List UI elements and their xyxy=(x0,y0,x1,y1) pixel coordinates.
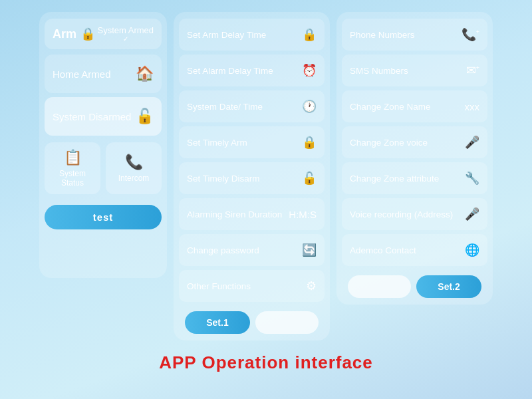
phone-numbers-label: Phone Numbers xyxy=(350,30,458,40)
arm-row[interactable]: Arm 🔒 System Armed ✓ xyxy=(45,19,162,49)
intercom-icon: 📞 xyxy=(125,154,143,171)
other-functions-item[interactable]: Other Functions ⚙ xyxy=(179,270,325,302)
system-datetime-item[interactable]: System Date/ Time 🕐 xyxy=(179,90,325,122)
mid-blank-button[interactable] xyxy=(255,311,319,334)
sms-icon: ✉+ xyxy=(462,63,479,78)
main-content: Arm 🔒 System Armed ✓ Home Armed 🏠 System… xyxy=(0,0,532,346)
set2-button[interactable]: Set.2 xyxy=(416,275,481,298)
system-datetime-label: System Date/ Time xyxy=(187,102,295,112)
sms-numbers-label: SMS Numbers xyxy=(350,66,458,76)
set1-button[interactable]: Set.1 xyxy=(185,311,249,334)
gear-icon: ⚙ xyxy=(299,279,317,293)
change-zone-name-label: Change Zone Name xyxy=(350,102,458,112)
set-alarm-delay-label: Set Alarm Delay Time xyxy=(187,66,295,76)
change-zone-attr-label: Change Zone attribute xyxy=(350,174,458,184)
set-timely-arm-item[interactable]: Set Timely Arm 🔒 xyxy=(179,126,325,158)
voice-recording-label: Voice recording (Address) xyxy=(350,209,458,219)
arm-label: Arm 🔒 xyxy=(53,27,95,41)
alarming-siren-item[interactable]: Alarming Siren Duration H:M:S xyxy=(179,198,325,230)
footer-title: APP Operation interface xyxy=(0,352,532,373)
change-zone-attr-item[interactable]: Change Zone attribute 🔧 xyxy=(342,162,487,194)
phone-icon: 📞+ xyxy=(462,27,479,42)
set-alarm-delay-item[interactable]: Set Alarm Delay Time ⏰ xyxy=(179,55,325,86)
intercom-label: Intercom xyxy=(118,174,150,183)
intercom-btn[interactable]: 📞 Intercom xyxy=(106,142,162,194)
system-status-icon: 📋 xyxy=(64,149,82,166)
other-functions-label: Other Functions xyxy=(187,281,295,291)
right-blank-button[interactable] xyxy=(348,275,411,298)
home-armed-item[interactable]: Home Armed 🏠 xyxy=(45,55,162,93)
left-panel: Arm 🔒 System Armed ✓ Home Armed 🏠 System… xyxy=(39,12,167,278)
change-zone-voice-label: Change Zone voice xyxy=(350,138,458,148)
change-password-label: Change password xyxy=(187,245,295,255)
zone-name-icon: xxx xyxy=(462,101,479,112)
ademco-contact-label: Ademco Contact xyxy=(350,245,458,255)
lock-icon: 🔒 xyxy=(80,27,95,41)
bottom-row: 📋 System Status 📞 Intercom xyxy=(45,142,162,194)
right-set-row: Set.2 xyxy=(342,275,487,298)
arm-status-text: System Armed xyxy=(97,25,154,35)
chevron-down-icon: ✓ xyxy=(97,35,154,43)
clock-icon: 🕐 xyxy=(299,99,317,114)
set-timely-arm-label: Set Timely Arm xyxy=(187,138,295,148)
timely-disarm-icon: 🔓 xyxy=(299,171,317,186)
system-status-btn[interactable]: 📋 System Status xyxy=(45,142,100,194)
lock-icon: 🔒 xyxy=(299,27,317,42)
alarm-icon: ⏰ xyxy=(299,63,317,78)
voice-recording-item[interactable]: Voice recording (Address) 🎤 xyxy=(342,198,487,230)
alarming-siren-label: Alarming Siren Duration xyxy=(187,209,285,219)
system-disarmed-label: System Disarmed xyxy=(53,111,131,122)
set-timely-disarm-label: Set Timely Disarm xyxy=(187,174,295,184)
mid-panel: Set Arm Delay Time 🔒 Set Alarm Delay Tim… xyxy=(174,12,330,340)
right-panel: Phone Numbers 📞+ SMS Numbers ✉+ Change Z… xyxy=(336,12,493,305)
voice-rec-icon: 🎤 xyxy=(462,207,479,221)
timely-arm-icon: 🔒 xyxy=(299,135,317,150)
ademco-contact-item[interactable]: Ademco Contact 🌐 xyxy=(342,234,487,266)
home-armed-label: Home Armed xyxy=(53,68,111,80)
set-timely-disarm-item[interactable]: Set Timely Disarm 🔓 xyxy=(179,162,325,194)
disarm-icon: 🔓 xyxy=(136,108,154,125)
set-arm-delay-label: Set Arm Delay Time xyxy=(187,30,295,40)
change-password-item[interactable]: Change password 🔄 xyxy=(179,234,325,266)
microphone-icon: 🎤 xyxy=(462,135,479,150)
arm-text: Arm xyxy=(53,27,76,41)
wrench-icon: 🔧 xyxy=(462,171,479,186)
system-status-label: System Status xyxy=(47,169,98,188)
change-zone-voice-item[interactable]: Change Zone voice 🎤 xyxy=(342,126,487,158)
home-icon: 🏠 xyxy=(136,65,154,82)
siren-icon: H:M:S xyxy=(289,209,317,220)
password-icon: 🔄 xyxy=(299,243,317,257)
test-button[interactable]: test xyxy=(45,205,162,229)
set-arm-delay-item[interactable]: Set Arm Delay Time 🔒 xyxy=(179,19,325,51)
mid-set-row: Set.1 xyxy=(179,311,325,334)
system-disarmed-item[interactable]: System Disarmed 🔓 xyxy=(45,97,162,136)
sms-numbers-item[interactable]: SMS Numbers ✉+ xyxy=(342,55,487,86)
change-zone-name-item[interactable]: Change Zone Name xxx xyxy=(342,90,487,122)
phone-numbers-item[interactable]: Phone Numbers 📞+ xyxy=(342,19,487,51)
globe-icon: 🌐 xyxy=(462,243,479,257)
arm-status: System Armed ✓ xyxy=(97,25,154,43)
